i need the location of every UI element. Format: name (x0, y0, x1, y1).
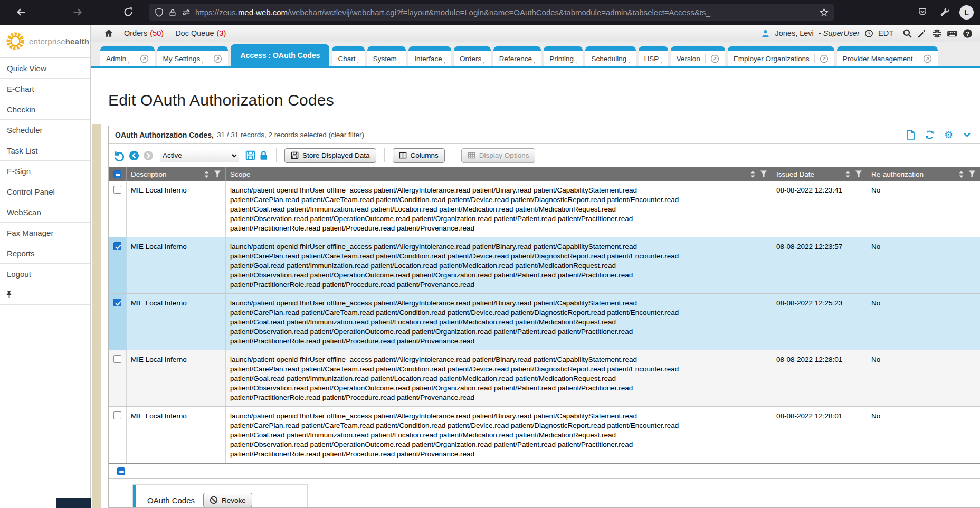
tab-orders[interactable]: Orders, (454, 46, 491, 66)
columns-button[interactable]: Columns (393, 148, 445, 163)
filter-funnel-icon[interactable] (760, 170, 767, 178)
sidebar-item-logout[interactable]: Logout (0, 264, 90, 284)
sidebar-item-task-list[interactable]: Task List (0, 140, 90, 161)
customize-wrench-icon[interactable] (940, 7, 949, 16)
table-row[interactable]: MIE Local Inferno launch/patient openid … (109, 237, 980, 294)
collapse-chevron-icon[interactable] (963, 130, 972, 139)
magic-wand-icon[interactable] (917, 28, 927, 39)
column-header-re-authorization[interactable]: Re-authorization (867, 167, 980, 181)
tab-printing[interactable]: Printing, (544, 46, 583, 66)
table-row[interactable]: MIE Local Inferno launch/patient openid … (109, 181, 980, 237)
sort-icon[interactable] (750, 171, 756, 178)
tab-admin[interactable]: Admin, (100, 46, 155, 66)
nav-forward-icon[interactable] (143, 150, 154, 161)
module-tab-bar: Admin, My Settings, Access : OAuth Codes… (91, 42, 980, 66)
gear-icon[interactable]: ⚙ (944, 130, 953, 140)
pocket-icon[interactable] (918, 7, 927, 16)
table-row[interactable]: MIE Local Inferno launch/patient openid … (109, 294, 980, 350)
row-checkbox[interactable] (113, 186, 121, 194)
filter-funnel-icon[interactable] (214, 170, 221, 178)
url-text[interactable]: https://zeus.med-web.com/webchart/wctlev… (195, 8, 815, 17)
clock-icon[interactable] (864, 29, 873, 38)
new-document-icon[interactable] (906, 130, 915, 140)
sidebar-item-control-panel[interactable]: Control Panel (0, 181, 90, 202)
popup-window-icon[interactable] (705, 54, 719, 63)
filter-funnel-icon[interactable] (968, 170, 976, 178)
popup-window-icon[interactable] (208, 54, 222, 63)
row-checkbox-cell (109, 350, 127, 406)
column-header-description[interactable]: Description (127, 167, 226, 181)
connection-lock-icon[interactable] (168, 8, 177, 17)
pushpin-icon[interactable] (6, 291, 13, 299)
tab-hsp[interactable]: HSP, (639, 46, 668, 66)
tab-my-settings[interactable]: My Settings, (157, 46, 229, 66)
tab-system[interactable]: System, (367, 46, 406, 66)
column-header-scope[interactable]: Scope (226, 167, 772, 181)
popup-window-icon[interactable] (814, 54, 829, 63)
sort-icon[interactable] (204, 171, 210, 178)
row-checkbox[interactable] (113, 299, 121, 306)
undo-icon[interactable] (113, 150, 125, 161)
tab-chart[interactable]: Chart, (332, 46, 364, 66)
tab-reference[interactable]: Reference, (493, 46, 541, 66)
save-filter-icon[interactable] (245, 150, 255, 160)
tab-access-oauth-codes[interactable]: Access : OAuth Codes (231, 44, 329, 66)
bookmark-star-icon[interactable] (820, 8, 829, 17)
tab-scheduling[interactable]: Scheduling, (585, 46, 635, 66)
sort-icon[interactable] (958, 171, 964, 178)
row-checkbox[interactable] (113, 242, 121, 250)
browser-back-icon[interactable] (16, 7, 26, 17)
orders-link[interactable]: Orders(50) (124, 29, 164, 37)
permissions-icon[interactable] (182, 8, 191, 17)
lock-filter-icon[interactable] (259, 150, 268, 160)
oauth-codes-panel: OAuth Authorization Codes, 31 / 31 recor… (108, 126, 980, 508)
tab-interface[interactable]: Interface, (408, 46, 451, 66)
table-toolbar: Active Store Displayed Data Columns Disp… (109, 144, 980, 167)
sidebar-item-e-sign[interactable]: E-Sign (0, 161, 90, 181)
nav-back-icon[interactable] (129, 150, 139, 161)
search-icon[interactable] (902, 28, 912, 39)
sidebar-item-checkin[interactable]: Checkin (0, 99, 90, 120)
browser-reload-icon[interactable] (123, 7, 134, 17)
revoke-slash-icon (210, 496, 218, 504)
user-name[interactable]: Jones, Levi (775, 29, 813, 37)
tab-version[interactable]: Version (671, 46, 725, 66)
table-row[interactable]: MIE Local Inferno launch/patient openid … (109, 407, 980, 463)
popup-window-icon[interactable] (918, 54, 932, 63)
sort-icon[interactable] (845, 171, 851, 178)
refresh-icon[interactable] (925, 130, 935, 140)
display-options-button[interactable]: Display Options (461, 148, 536, 163)
select-all-footer-checkbox[interactable] (117, 467, 125, 475)
keyboard-icon[interactable] (947, 28, 958, 39)
column-header-issued-date[interactable]: Issued Date (772, 167, 867, 181)
popup-window-icon[interactable] (135, 54, 149, 63)
sidebar-item-e-chart[interactable]: E-Chart (0, 79, 90, 99)
tab-employer-organizations[interactable]: Employer Organizations (728, 46, 834, 66)
table-row[interactable]: MIE Local Inferno launch/patient openid … (109, 350, 980, 407)
sidebar-item-reports[interactable]: Reports (0, 243, 90, 264)
doc-queue-link[interactable]: Doc Queue(3) (175, 29, 226, 37)
select-all-checkbox[interactable] (113, 170, 121, 178)
subtab-label[interactable]: OAuth Codes (147, 496, 195, 505)
revoke-button[interactable]: Revoke (203, 493, 252, 507)
status-filter-select[interactable]: Active (160, 149, 239, 162)
row-checkbox[interactable] (113, 411, 121, 419)
sidebar-item-quick-view[interactable]: Quick View (0, 58, 90, 79)
filter-funnel-icon[interactable] (855, 170, 862, 178)
profile-avatar[interactable]: L (959, 5, 974, 20)
help-icon[interactable]: ? (963, 28, 973, 39)
tab-provider-management[interactable]: Provider Management (837, 46, 938, 66)
home-icon[interactable] (104, 28, 113, 38)
sidebar-item-scheduler[interactable]: Scheduler (0, 120, 90, 140)
browser-forward-icon[interactable] (72, 7, 83, 17)
tracking-shield-icon[interactable] (155, 8, 164, 17)
clear-filter-link[interactable]: clear filter (331, 131, 362, 139)
store-displayed-data-button[interactable]: Store Displayed Data (284, 148, 376, 163)
row-checkbox[interactable] (113, 355, 121, 363)
sidebar-item-fax-manager[interactable]: Fax Manager (0, 223, 90, 243)
address-bar[interactable]: https://zeus.med-web.com/webchart/wctlev… (149, 4, 834, 21)
globe-icon[interactable] (932, 28, 942, 39)
user-role: - SuperUser (819, 29, 860, 37)
sidebar-item-webscan[interactable]: WebScan (0, 202, 90, 223)
scope-cell: launch/patient openid fhirUser offline_a… (226, 237, 772, 293)
